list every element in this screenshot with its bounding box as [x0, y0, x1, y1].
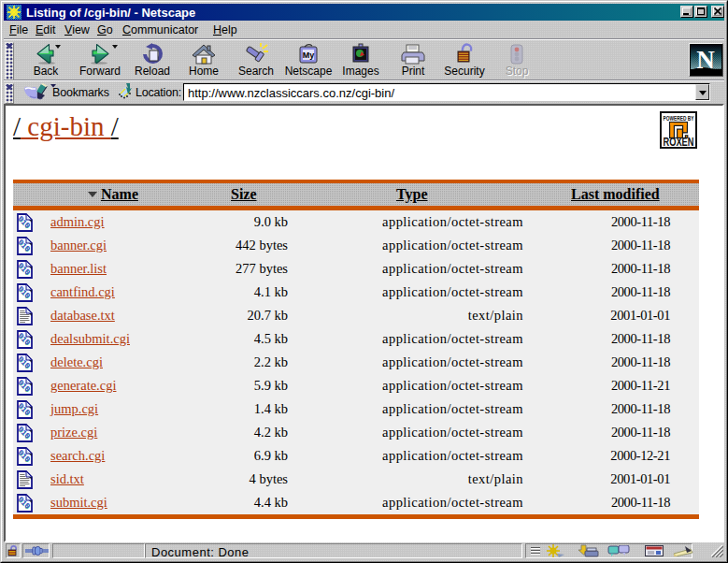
svg-text:N: N	[696, 46, 715, 74]
svg-text:My: My	[303, 51, 315, 60]
